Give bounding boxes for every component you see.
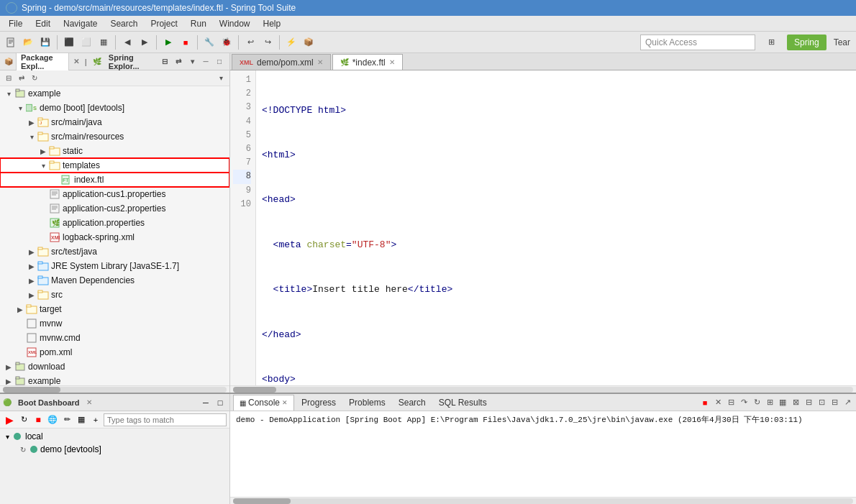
toggle-demo[interactable]: ▾ bbox=[14, 104, 26, 112]
tab-index-ftl[interactable]: 🌿 *index.ftl ✕ bbox=[332, 54, 403, 70]
tree-hscroll-thumb[interactable] bbox=[3, 387, 60, 393]
tree-item-app-cus1[interactable]: application-cus1.properties bbox=[0, 187, 229, 201]
console-btn-5[interactable]: ↻ bbox=[751, 397, 762, 408]
toggle-static[interactable]: ▶ bbox=[37, 147, 49, 155]
toolbar-btn-5[interactable]: ◀ bbox=[119, 35, 135, 50]
package-tree[interactable]: ▾ example ▾ S bbox=[0, 86, 229, 385]
menu-search[interactable]: Search bbox=[104, 17, 143, 30]
tree-item-mvnw-cmd[interactable]: mvnw.cmd bbox=[0, 331, 229, 345]
minimize-icon[interactable]: ─ bbox=[200, 56, 211, 68]
toggle-src[interactable]: ▶ bbox=[26, 291, 37, 299]
console-btn-2[interactable]: ✕ bbox=[712, 397, 724, 408]
tree-item-static[interactable]: ▶ static bbox=[0, 144, 229, 158]
console-hscroll-thumb[interactable] bbox=[233, 498, 291, 504]
console-btn-12[interactable]: ↗ bbox=[842, 397, 853, 408]
toolbar-new[interactable] bbox=[3, 35, 19, 50]
maximize-icon[interactable]: □ bbox=[214, 56, 225, 68]
menu-navigate[interactable]: Navigate bbox=[58, 17, 103, 30]
code-content[interactable]: <!DOCTYPE html> <html> <head> <meta char… bbox=[256, 70, 856, 385]
console-tab-console[interactable]: ▦ Console ✕ bbox=[233, 395, 294, 411]
tags-input[interactable] bbox=[104, 413, 227, 426]
toolbar-btn-3[interactable]: ⬜ bbox=[78, 35, 94, 50]
tree-btn-2[interactable]: ⇄ bbox=[16, 73, 27, 84]
menu-edit[interactable]: Edit bbox=[29, 17, 56, 30]
console-btn-11[interactable]: ⊟ bbox=[829, 397, 840, 408]
toggle-src-main-resources[interactable]: ▾ bbox=[26, 133, 37, 141]
tree-item-logback[interactable]: XML logback-spring.xml bbox=[0, 230, 229, 244]
toggle-templates[interactable]: ▾ bbox=[37, 162, 49, 170]
toolbar-perspective[interactable]: ⊞ bbox=[764, 35, 780, 50]
collapse-all-icon[interactable]: ⊟ bbox=[159, 56, 170, 68]
menu-help[interactable]: Help bbox=[258, 17, 287, 30]
tear-button[interactable]: Tear bbox=[831, 36, 853, 49]
toolbar-btn-8[interactable]: 🐞 bbox=[219, 35, 235, 50]
console-tab-progress[interactable]: Progress bbox=[296, 395, 342, 411]
console-btn-8[interactable]: ⊠ bbox=[790, 397, 801, 408]
toggle-download[interactable]: ▶ bbox=[3, 363, 14, 371]
boot-edit-icon[interactable]: ✏ bbox=[60, 413, 73, 426]
tree-item-download[interactable]: ▶ download bbox=[0, 359, 229, 374]
boot-app-item[interactable]: ↻ demo [devtools] bbox=[6, 444, 224, 454]
tree-item-mvnw[interactable]: mvnw bbox=[0, 316, 229, 331]
tree-item-src-main-java[interactable]: ▶ J src/main/java bbox=[0, 115, 229, 129]
tree-item-app-cus2[interactable]: application-cus2.properties bbox=[0, 201, 229, 216]
console-btn-10[interactable]: ⊡ bbox=[816, 397, 827, 408]
toolbar-btn-7[interactable]: 🔧 bbox=[201, 35, 217, 50]
spring-button[interactable]: Spring bbox=[787, 35, 827, 50]
console-hscroll[interactable] bbox=[230, 497, 856, 504]
editor-hscroll[interactable] bbox=[230, 385, 856, 393]
console-btn-6[interactable]: ⊞ bbox=[764, 397, 775, 408]
menu-file[interactable]: File bbox=[3, 17, 28, 30]
toggle-src-main-java[interactable]: ▶ bbox=[26, 119, 37, 127]
app-expand-icon[interactable]: ↻ bbox=[20, 446, 27, 454]
toolbar-btn-2[interactable]: ⬛ bbox=[61, 35, 77, 50]
console-btn-9[interactable]: ⊟ bbox=[803, 397, 814, 408]
toolbar-run[interactable]: ▶ bbox=[160, 35, 176, 50]
tree-item-app-properties[interactable]: 🌿 application.properties bbox=[0, 216, 229, 230]
toolbar-stop[interactable]: ■ bbox=[178, 35, 193, 50]
boot-minimize-icon[interactable]: ─ bbox=[199, 396, 212, 409]
close-package-icon[interactable]: ✕ bbox=[73, 58, 79, 65]
toolbar-open[interactable]: 📂 bbox=[20, 35, 36, 50]
boot-maximize-icon[interactable]: □ bbox=[214, 396, 227, 409]
console-btn-7[interactable]: ▦ bbox=[777, 397, 788, 408]
tab-spring-explorer[interactable]: Spring Explor... bbox=[104, 53, 156, 72]
toggle-example2[interactable]: ▶ bbox=[3, 377, 14, 385]
console-tab-search[interactable]: Search bbox=[393, 395, 432, 411]
editor-hscroll-thumb[interactable] bbox=[233, 387, 276, 393]
panel-menu-icon[interactable]: ▾ bbox=[186, 56, 198, 68]
boot-start-icon[interactable]: ▶ bbox=[3, 413, 16, 426]
tree-item-pom-xml[interactable]: XML pom.xml bbox=[0, 345, 229, 359]
tree-item-maven-deps[interactable]: ▶ Maven Dependencies bbox=[0, 273, 229, 288]
tree-item-target[interactable]: ▶ target bbox=[0, 302, 229, 316]
boot-stop-icon[interactable]: ■ bbox=[32, 413, 45, 426]
boot-restart-icon[interactable]: ↻ bbox=[17, 413, 30, 426]
tab-package-explorer[interactable]: Package Expl... bbox=[16, 53, 69, 72]
boot-open-browser-icon[interactable]: 🌐 bbox=[46, 413, 59, 426]
tree-btn-3[interactable]: ↻ bbox=[29, 73, 40, 84]
toolbar-btn-6[interactable]: ▶ bbox=[137, 35, 152, 50]
tree-btn-1[interactable]: ⊟ bbox=[3, 73, 14, 84]
toolbar-btn-11[interactable]: ⚡ bbox=[283, 35, 299, 50]
menu-run[interactable]: Run bbox=[185, 17, 212, 30]
tree-hscroll[interactable] bbox=[0, 385, 229, 393]
pom-tab-close[interactable]: ✕ bbox=[317, 58, 323, 66]
tree-item-src[interactable]: ▶ src bbox=[0, 288, 229, 302]
toolbar-btn-10[interactable]: ↪ bbox=[260, 35, 276, 50]
tree-item-templates[interactable]: ▾ templates bbox=[0, 158, 229, 173]
console-btn-4[interactable]: ↷ bbox=[738, 397, 750, 408]
toolbar-btn-12[interactable]: 📦 bbox=[301, 35, 317, 50]
tab-pom-xml[interactable]: XML demo/pom.xml ✕ bbox=[232, 54, 331, 70]
toggle-example[interactable]: ▾ bbox=[3, 90, 14, 98]
expand-local-icon[interactable]: ▾ bbox=[6, 433, 9, 441]
link-editor-icon[interactable]: ⇄ bbox=[173, 56, 184, 68]
menu-window[interactable]: Window bbox=[214, 17, 256, 30]
quick-access-input[interactable]: Quick Access bbox=[640, 35, 755, 50]
console-btn-3[interactable]: ⊟ bbox=[725, 397, 737, 408]
boot-console-icon[interactable]: ▦ bbox=[75, 413, 88, 426]
toggle-src-test-java[interactable]: ▶ bbox=[26, 248, 37, 256]
tree-btn-4[interactable]: ▾ bbox=[215, 73, 227, 84]
tree-item-demo[interactable]: ▾ S demo [boot] [devtools] bbox=[0, 101, 229, 115]
boot-dashboard-tab[interactable]: Boot Dashboard bbox=[14, 397, 84, 408]
toolbar-btn-4[interactable]: ▦ bbox=[96, 35, 111, 50]
